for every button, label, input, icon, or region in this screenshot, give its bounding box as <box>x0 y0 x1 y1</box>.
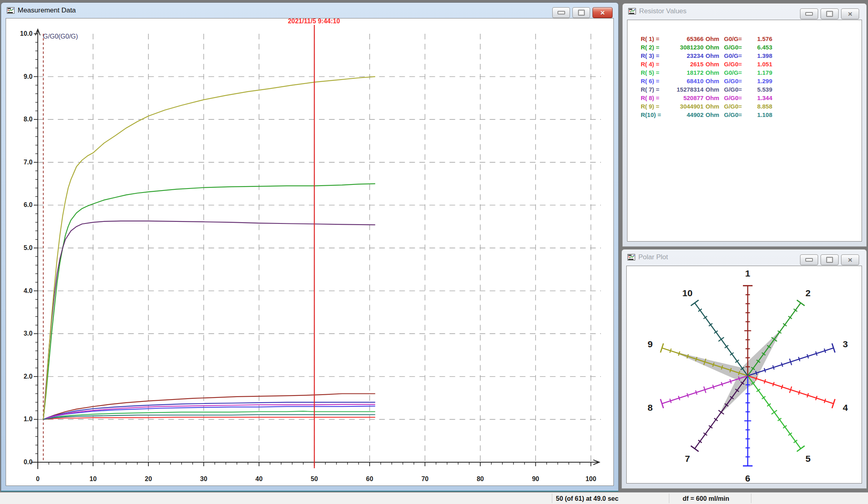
resistor-row: R( 2) =3081230OhmG/G0=6.453 <box>641 43 862 51</box>
close-button[interactable]: × <box>841 254 859 265</box>
polar-axis-label: 5 <box>806 453 811 464</box>
resistor-row: R( 7) =15278314OhmG/G0=5.539 <box>641 85 862 94</box>
resistor-list: R( 1) =65366OhmG0/G=1.576R( 2) =3081230O… <box>627 20 862 119</box>
svg-text:10.0: 10.0 <box>20 30 33 37</box>
status-flow-rate: df = 600 ml/min <box>683 493 729 504</box>
polar-axis-label: 7 <box>685 453 690 464</box>
svg-text:20: 20 <box>145 475 152 482</box>
y-axis-label: G/G0(G0/G) <box>43 33 78 40</box>
resistor-row: R(10) =44902OhmG/G0=1.108 <box>641 111 862 119</box>
polar-axis-label: 4 <box>843 402 848 413</box>
svg-text:0.0: 0.0 <box>24 459 33 465</box>
polar-plot-window: Polar Plot × 12345678910 <box>621 249 867 489</box>
svg-text:0: 0 <box>36 475 39 482</box>
svg-text:3.0: 3.0 <box>24 330 33 337</box>
svg-text:5.0: 5.0 <box>24 244 33 251</box>
maximize-button[interactable] <box>821 8 839 19</box>
minimize-icon <box>805 258 813 262</box>
polar-axis-label: 1 <box>745 268 751 279</box>
svg-text:90: 90 <box>532 475 539 482</box>
measurement-chart-canvas: 01020304050607080901000.01.02.03.04.05.0… <box>6 18 614 486</box>
window-title: Measurement Data <box>18 6 76 14</box>
polar-axis-2: 2 <box>748 288 810 376</box>
minimize-icon <box>557 11 565 14</box>
polar-axis-label: 10 <box>682 288 692 298</box>
minimize-button[interactable] <box>800 8 818 19</box>
svg-text:10: 10 <box>90 475 97 482</box>
resistor-row: R( 3) =23234OhmG0/G=1.398 <box>641 51 862 60</box>
polar-value-polygon <box>672 329 782 416</box>
resistor-row: R( 8) =520877OhmG/G0=1.344 <box>641 94 862 102</box>
svg-text:8.0: 8.0 <box>24 116 33 123</box>
maximize-button[interactable] <box>572 7 590 18</box>
svg-text:2.0: 2.0 <box>24 373 33 380</box>
svg-text:4.0: 4.0 <box>24 287 33 294</box>
maximize-icon <box>826 11 833 17</box>
polar-axis-7: 7 <box>685 376 748 464</box>
app-chart-icon <box>7 7 14 14</box>
resistor-row: R( 4) =2615OhmG/G0=1.051 <box>641 60 862 68</box>
polar-axis-label: 3 <box>843 339 848 349</box>
svg-text:70: 70 <box>422 475 429 482</box>
polar-axis-label: 2 <box>806 288 811 298</box>
polar-axis-label: 8 <box>648 402 653 413</box>
polar-axis-6: 6 <box>743 376 753 483</box>
maximize-button[interactable] <box>821 254 839 265</box>
svg-text:9.0: 9.0 <box>24 73 33 80</box>
svg-text:100: 100 <box>586 475 596 482</box>
polar-axis-label: 6 <box>745 473 751 483</box>
status-separator <box>552 494 552 503</box>
chart-axes <box>31 29 599 469</box>
close-button[interactable]: × <box>592 7 613 18</box>
measurement-chart: 01020304050607080901000.01.02.03.04.05.0… <box>6 18 613 486</box>
status-separator <box>669 494 669 503</box>
resistor-titlebar[interactable]: Resistor Values × <box>623 4 866 19</box>
polar-axis-label: 9 <box>648 339 653 349</box>
polar-plot-canvas: 12345678910 <box>627 266 862 483</box>
window-title: Polar Plot <box>638 253 668 261</box>
close-button[interactable]: × <box>841 8 859 19</box>
measurement-data-window: Measurement Data × 010203040506070809010… <box>1 2 619 492</box>
status-sample-progress: 50 (of 61) at 49.0 sec <box>556 493 619 504</box>
app-chart-icon <box>627 254 635 260</box>
resistor-row: R( 6) =68410OhmG/G0=1.299 <box>641 77 862 85</box>
close-icon: × <box>848 10 852 18</box>
polar-axis-5: 5 <box>748 376 811 464</box>
resistor-values-window: Resistor Values × R( 1) =65366OhmG0/G=1.… <box>622 3 867 247</box>
status-bar: 50 (of 61) at 49.0 sec df = 600 ml/min <box>0 492 868 504</box>
svg-text:40: 40 <box>255 475 263 482</box>
resistor-row: R( 1) =65366OhmG0/G=1.576 <box>641 35 862 43</box>
chart-grid <box>38 34 601 462</box>
minimize-button[interactable] <box>552 7 570 18</box>
svg-text:1.0: 1.0 <box>24 416 33 422</box>
svg-text:7.0: 7.0 <box>24 159 33 166</box>
svg-text:80: 80 <box>477 475 484 482</box>
close-icon: × <box>848 256 852 264</box>
svg-text:50: 50 <box>311 475 318 482</box>
polar-titlebar[interactable]: Polar Plot × <box>622 250 866 265</box>
desktop: Measurement Data × 010203040506070809010… <box>0 0 868 504</box>
timestamp-annotation: 2021/11/5 9:44:10 <box>288 18 340 25</box>
polar-plot-panel: 12345678910 <box>626 266 862 484</box>
resistor-row: R( 5) =18172OhmG0/G=1.179 <box>641 68 862 77</box>
close-icon: × <box>600 9 605 16</box>
resistor-values-panel: R( 1) =65366OhmG0/G=1.576R( 2) =3081230O… <box>627 20 862 242</box>
maximize-icon <box>578 10 585 16</box>
svg-text:30: 30 <box>200 475 208 482</box>
svg-text:6.0: 6.0 <box>24 201 33 208</box>
minimize-icon <box>805 12 813 16</box>
svg-text:60: 60 <box>366 475 373 482</box>
polar-axis-4: 4 <box>748 376 848 413</box>
measurement-titlebar[interactable]: Measurement Data × <box>1 3 618 18</box>
minimize-button[interactable] <box>800 254 818 265</box>
resistor-row: R( 9) =3044901OhmG/G0=8.858 <box>641 102 862 111</box>
app-chart-icon <box>628 8 636 14</box>
polar-chart: 12345678910 <box>627 266 862 483</box>
maximize-icon <box>826 257 833 263</box>
window-title: Resistor Values <box>639 7 687 15</box>
status-separator <box>751 494 751 503</box>
